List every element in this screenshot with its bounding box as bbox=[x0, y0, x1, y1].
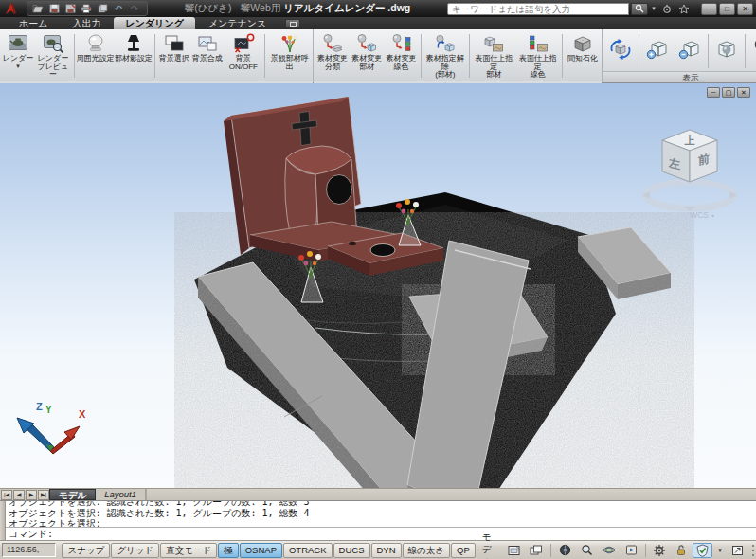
ambient-light-button[interactable]: 周囲光設定 bbox=[76, 31, 114, 64]
dyn-toggle[interactable]: DYN bbox=[371, 543, 402, 558]
workspace-gear-icon[interactable] bbox=[649, 543, 670, 558]
zoom-out-box-button[interactable] bbox=[674, 34, 706, 68]
render-dropdown-caret[interactable]: ▾ bbox=[16, 63, 20, 69]
separator bbox=[264, 34, 265, 78]
magnifier-icon bbox=[751, 36, 756, 61]
model-tab[interactable]: モデル bbox=[49, 489, 96, 500]
water-basin bbox=[370, 244, 395, 257]
viewcube-left-face-label: 左 bbox=[668, 156, 680, 172]
tab-prev-icon[interactable]: ◀ bbox=[13, 490, 25, 500]
osnap-toggle[interactable]: OSNAP bbox=[240, 543, 282, 558]
pan-zoom-icon[interactable] bbox=[577, 543, 597, 558]
landscape-member-call-button[interactable]: 景観部材呼出 bbox=[267, 31, 312, 72]
layout1-tab[interactable]: Layout1 bbox=[96, 489, 146, 500]
material-change-linecolor-button[interactable]: 素材変更 線色 bbox=[384, 31, 418, 72]
showmotion-icon[interactable] bbox=[621, 543, 641, 558]
material-change-member-button[interactable]: 素材変更 部材 bbox=[350, 31, 384, 72]
zoom-in-box-button[interactable] bbox=[641, 34, 674, 68]
quickview-drawings-icon[interactable] bbox=[526, 543, 547, 558]
plot-icon[interactable] bbox=[80, 3, 93, 14]
clean-screen-icon[interactable] bbox=[728, 543, 747, 558]
background-on-off-button[interactable]: 背景ON/OFF bbox=[224, 31, 262, 72]
toolbar-lock-icon[interactable] bbox=[672, 543, 691, 558]
grid-toggle[interactable]: グリッド bbox=[111, 543, 159, 558]
render-button[interactable]: レンダー ▾ bbox=[2, 31, 34, 70]
steering-wheel-icon[interactable] bbox=[555, 543, 575, 558]
ribbon-tab-row: ホーム 入出力 レンダリング メンテナンス bbox=[0, 17, 756, 29]
regen-button[interactable] bbox=[604, 34, 637, 68]
model-space-button[interactable]: モデル bbox=[477, 543, 502, 558]
material-unassign-member-icon bbox=[433, 32, 458, 54]
tab-rendering[interactable]: レンダリング bbox=[114, 17, 194, 29]
regen-icon bbox=[608, 38, 633, 64]
autocad-logo-icon[interactable] bbox=[0, 0, 23, 17]
surface-finish-linecolor-button[interactable]: 表面仕上指定 線色 bbox=[516, 31, 561, 81]
search-input[interactable] bbox=[447, 3, 629, 15]
undo-icon[interactable]: ↶ bbox=[112, 3, 125, 14]
snap-toggle[interactable]: スナップ bbox=[62, 543, 110, 558]
save-as-icon[interactable] bbox=[63, 3, 77, 14]
separator bbox=[469, 34, 470, 78]
lineweight-toggle[interactable]: 線の太さ bbox=[403, 543, 450, 558]
tab-home[interactable]: ホーム bbox=[8, 17, 59, 29]
surface-finish-member-button[interactable]: 表面仕上指定 部材 bbox=[472, 31, 516, 81]
tab-last-icon[interactable]: ▶| bbox=[38, 490, 49, 500]
viewcube[interactable]: 上 左 前 bbox=[635, 119, 745, 218]
surface-finish-member-icon bbox=[481, 32, 506, 54]
favorites-star-icon[interactable] bbox=[676, 3, 692, 15]
otrack-toggle[interactable]: OTRACK bbox=[283, 543, 333, 558]
command-window[interactable]: オブジェクトを選択: 認識された数: 1, グループの数: 1, 総数 3 オブ… bbox=[0, 500, 756, 540]
drawing-viewport[interactable]: ─ ▢ ✕ bbox=[0, 83, 756, 488]
separator bbox=[154, 34, 155, 78]
member-shadow-button[interactable]: 部材影設定 bbox=[115, 31, 153, 64]
ribbon-minimize-icon[interactable] bbox=[285, 19, 300, 28]
material-unassign-member-button[interactable]: 素材指定解除 (部材) bbox=[423, 31, 468, 81]
drawing-restore-icon[interactable]: ▢ bbox=[722, 87, 735, 98]
command-history-line: オブジェクトを選択: 認識された数: 1, グループの数: 1, 総数 4 bbox=[9, 508, 753, 519]
open-icon[interactable] bbox=[31, 3, 45, 14]
quickview-layouts-icon[interactable] bbox=[504, 543, 524, 558]
drawing-minimize-icon[interactable]: ─ bbox=[707, 87, 720, 98]
search-caret-icon[interactable]: ▾ bbox=[650, 5, 657, 12]
polar-toggle[interactable]: 極 bbox=[218, 543, 239, 558]
orbit-icon[interactable] bbox=[599, 543, 620, 558]
tray-caret-icon[interactable]: ▾ bbox=[714, 543, 726, 558]
redo-icon[interactable]: ↷ bbox=[128, 3, 141, 14]
ortho-toggle[interactable]: 直交モード bbox=[160, 543, 217, 558]
communication-center-icon[interactable] bbox=[659, 3, 675, 15]
separator bbox=[745, 34, 746, 68]
tab-io[interactable]: 入出力 bbox=[61, 17, 112, 29]
tab-first-icon[interactable]: |◀ bbox=[1, 490, 12, 500]
wcs-caret-icon: ▾ bbox=[711, 212, 714, 219]
save-icon[interactable] bbox=[47, 3, 61, 14]
close-icon[interactable]: ✕ bbox=[737, 3, 753, 15]
ribbon-group-display: ▾ 表示 bbox=[603, 29, 756, 82]
maximize-icon[interactable]: □ bbox=[719, 3, 735, 15]
pillar-circular-recess bbox=[327, 175, 352, 205]
search-icon[interactable] bbox=[631, 3, 648, 15]
wcs-selector[interactable]: WCS ▾ bbox=[690, 210, 714, 220]
tab-next-icon[interactable]: ▶ bbox=[26, 490, 37, 500]
material-change-class-button[interactable]: 素材変更 分類 bbox=[315, 31, 350, 72]
sheet-tab-scrollbar[interactable] bbox=[146, 489, 756, 500]
coordinates-readout[interactable]: 1126.56, -1091.95, 0.00 bbox=[2, 543, 56, 557]
background-on-off-icon bbox=[231, 32, 256, 54]
member-shadow-icon bbox=[121, 32, 146, 54]
qp-toggle[interactable]: QP bbox=[451, 543, 476, 558]
background-select-button[interactable]: 背景選択 bbox=[157, 31, 190, 64]
minimize-icon[interactable]: ─ bbox=[701, 3, 717, 15]
command-prompt[interactable]: コマンド: bbox=[6, 527, 756, 540]
zoom-tool-button[interactable]: ▾ bbox=[747, 32, 756, 70]
annotation-shield-icon[interactable] bbox=[693, 543, 712, 558]
kenchi-stone-button[interactable]: 間知石化 bbox=[565, 31, 601, 64]
landscape-member-call-icon bbox=[278, 32, 302, 54]
resize-grip[interactable] bbox=[749, 543, 754, 558]
background-composite-button[interactable]: 背景合成 bbox=[190, 31, 224, 64]
ducs-toggle[interactable]: DUCS bbox=[333, 543, 370, 558]
drawing-close-icon[interactable]: ✕ bbox=[737, 87, 750, 98]
render-preview-button[interactable]: レンダー プレビュー bbox=[34, 31, 71, 81]
info-center: ▾ bbox=[447, 3, 692, 15]
publish-icon[interactable] bbox=[96, 3, 109, 14]
tab-maintenance[interactable]: メンテナンス bbox=[197, 17, 278, 29]
render-region-button[interactable] bbox=[711, 34, 743, 68]
